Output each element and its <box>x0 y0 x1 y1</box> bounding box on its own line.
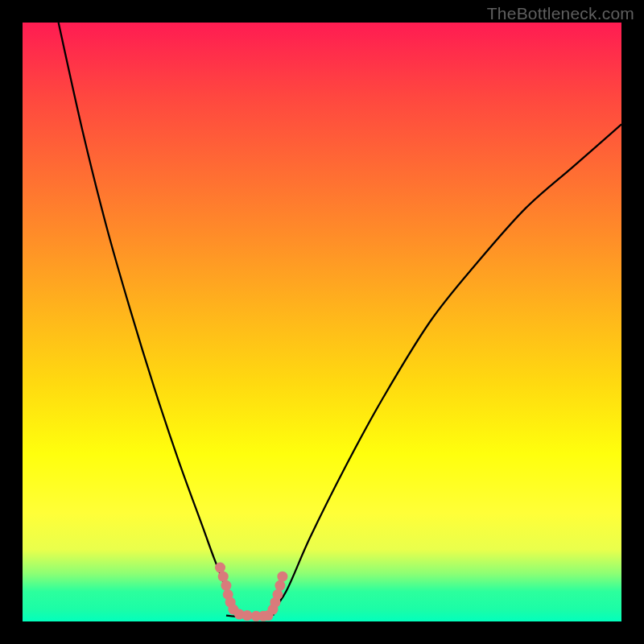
left-branch-curve <box>59 23 238 617</box>
trough-highlight-markers <box>215 563 287 621</box>
trough-marker-dot <box>242 610 253 621</box>
watermark-text: TheBottleneck.com <box>487 4 634 23</box>
chart-frame: TheBottleneck.com <box>0 0 644 644</box>
trough-marker-dot <box>277 572 287 582</box>
trough-marker-dot <box>221 580 231 591</box>
trough-marker-dot <box>272 589 283 600</box>
trough-marker-dot <box>275 580 285 591</box>
chart-svg <box>23 23 621 621</box>
right-branch-curve <box>268 124 621 617</box>
trough-marker-dot <box>218 572 229 582</box>
trough-marker-dot <box>215 563 225 573</box>
